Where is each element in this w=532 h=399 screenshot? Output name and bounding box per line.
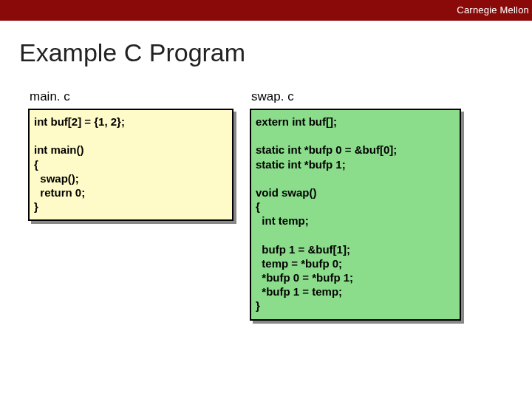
header-bar: Carnegie Mellon (0, 0, 532, 21)
codebox-swap: extern int buf[]; static int *bufp 0 = &… (250, 109, 461, 321)
code-columns: main. c int buf[2] = {1, 2}; int main() … (0, 67, 532, 321)
page-title: Example C Program (0, 21, 532, 67)
brand-label: Carnegie Mellon (457, 4, 529, 16)
filename-main: main. c (28, 89, 233, 109)
filename-swap: swap. c (250, 89, 461, 109)
column-main-c: main. c int buf[2] = {1, 2}; int main() … (28, 89, 233, 221)
codebox-main: int buf[2] = {1, 2}; int main() { swap()… (28, 109, 233, 221)
column-swap-c: swap. c extern int buf[]; static int *bu… (250, 89, 461, 321)
